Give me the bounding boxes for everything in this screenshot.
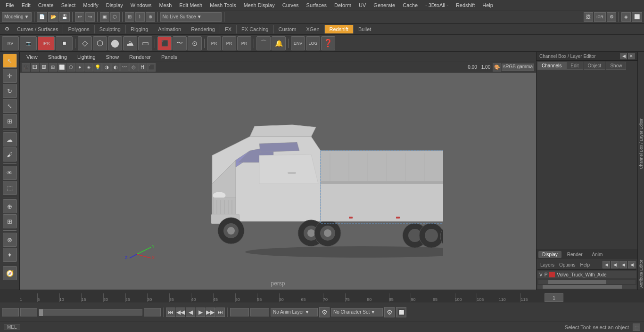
menu-generate[interactable]: Generate xyxy=(370,1,399,9)
menu-uv[interactable]: UV xyxy=(355,1,370,9)
xform-btn[interactable]: ✦ xyxy=(3,248,17,262)
render-settings-btn[interactable]: ⚙ xyxy=(607,12,616,22)
vp-box-ico[interactable]: ⬜ xyxy=(58,63,66,72)
layer-hscrollbar[interactable] xyxy=(537,285,636,289)
layer-hscrollbar-thumb[interactable] xyxy=(543,285,622,289)
tab-xgen[interactable]: XGen xyxy=(301,25,324,33)
menu-surfaces[interactable]: Surfaces xyxy=(303,1,330,9)
menu-create[interactable]: Create xyxy=(34,1,58,9)
menu-file[interactable]: File xyxy=(2,1,18,9)
show-hide-btn[interactable]: 👁 xyxy=(3,166,17,180)
tab-curves-surfaces[interactable]: Curves / Surfaces xyxy=(12,25,63,33)
snap-grid-btn[interactable]: ⊞ xyxy=(125,12,134,22)
select-btn[interactable]: ▣ xyxy=(100,12,109,22)
rs-bowl-btn[interactable]: ⌒ xyxy=(256,36,271,50)
undo-btn[interactable]: ↩ xyxy=(75,12,84,22)
rs-log2-btn[interactable]: LOG xyxy=(306,36,320,50)
cb-close-btn[interactable]: ✕ xyxy=(628,53,635,59)
cb-tab-show[interactable]: Show xyxy=(606,62,626,70)
vp-motion-ico[interactable]: 〰 xyxy=(120,63,129,72)
vp-wire-ico[interactable]: ⬡ xyxy=(66,63,75,72)
layer-scrollbar-thumb[interactable] xyxy=(548,280,607,284)
mode-dropdown[interactable]: Modeling ▼ xyxy=(2,12,32,22)
disp-tab-render[interactable]: Render xyxy=(563,251,586,258)
channel-box-vertical-label[interactable]: Channel Box / Layer Editor xyxy=(638,52,644,171)
vp-dof-ico[interactable]: ◎ xyxy=(129,63,138,72)
menu-mesh-tools[interactable]: Mesh Tools xyxy=(206,1,239,9)
colorspace-dropdown[interactable]: sRGB gamma xyxy=(502,64,534,71)
go-start-btn[interactable]: ⏮ xyxy=(166,308,175,317)
rs-pr3-btn[interactable]: PR xyxy=(237,36,251,50)
ipr-btn[interactable]: IPR xyxy=(594,12,606,22)
vp-light-ico[interactable]: 💡 xyxy=(93,63,102,72)
layers-menu-options[interactable]: Options xyxy=(557,262,577,268)
cb-tab-channels[interactable]: Channels xyxy=(537,62,566,70)
rs-pr2-btn[interactable]: PR xyxy=(222,36,236,50)
snap-curve-btn[interactable]: ⌇ xyxy=(135,12,145,22)
redo-btn[interactable]: ↪ xyxy=(85,12,95,22)
step-back-btn[interactable]: ◀◀ xyxy=(176,308,185,317)
save-scene-btn[interactable]: 💾 xyxy=(59,12,70,22)
menu-3dto[interactable]: - 3DtoAll - xyxy=(421,1,452,9)
menu-mesh-display[interactable]: Mesh Display xyxy=(240,1,279,9)
vp-shadow-ico[interactable]: ◑ xyxy=(102,63,111,72)
rs-plane-btn[interactable]: ▭ xyxy=(138,36,152,50)
rs-red-cube[interactable]: ⬛ xyxy=(157,36,172,50)
rs-sphere-btn[interactable]: ⬤ xyxy=(108,36,122,50)
layer-del-icon[interactable]: ◀ xyxy=(611,261,619,268)
rotate-tool-btn[interactable]: ↻ xyxy=(3,84,17,98)
soft-select-btn[interactable]: ☁ xyxy=(3,132,17,146)
disp-tab-display[interactable]: Display xyxy=(538,251,561,258)
layer-scrollbar[interactable] xyxy=(538,280,636,284)
menu-cache[interactable]: Cache xyxy=(399,1,421,9)
viewport-canvas[interactable]: Y X Z persp xyxy=(20,73,536,290)
script-editor-btn[interactable]: ⬚ xyxy=(633,324,640,331)
tab-redshift[interactable]: Redshift xyxy=(325,25,354,33)
start-frame-input[interactable]: 1 xyxy=(2,308,19,316)
vp-shading-menu[interactable]: Shading xyxy=(45,53,70,61)
layers-menu-layers[interactable]: Layers xyxy=(538,262,556,268)
tab-polygons[interactable]: Polygons xyxy=(63,25,94,33)
anim-layer-settings-btn[interactable]: ⚙ xyxy=(319,307,330,317)
lasso-btn[interactable]: ⬡ xyxy=(110,12,120,22)
persp-btn[interactable]: ⬜ xyxy=(632,12,642,22)
menu-deform[interactable]: Deform xyxy=(330,1,355,9)
open-scene-btn[interactable]: 📂 xyxy=(48,12,58,22)
rs-env-btn[interactable]: ENV xyxy=(291,36,305,50)
vp-img-ico[interactable]: 🖼 xyxy=(40,63,48,72)
rs-pr1-btn[interactable]: PR xyxy=(207,36,221,50)
layer-v-label[interactable]: V xyxy=(539,272,543,277)
rs-log-btn[interactable]: 🔲 xyxy=(56,36,73,50)
tab-fx-caching[interactable]: FX Caching xyxy=(237,25,273,33)
go-end-btn[interactable]: ⏭ xyxy=(215,308,225,317)
nav-btn[interactable]: 🧭 xyxy=(3,266,17,280)
menu-help[interactable]: Help xyxy=(479,1,497,9)
menu-windows[interactable]: Windows xyxy=(127,1,156,9)
step-fwd-btn[interactable]: ▶▶ xyxy=(206,308,215,317)
menu-edit[interactable]: Edit xyxy=(18,1,34,9)
render-view-btn[interactable]: 🖼 xyxy=(584,12,593,22)
tab-sculpting[interactable]: Sculpting xyxy=(95,25,126,33)
transform-tool-btn[interactable]: ⊞ xyxy=(3,114,17,128)
select-tool-btn[interactable]: ↖ xyxy=(3,54,17,68)
tab-gear-icon[interactable]: ⚙ xyxy=(2,24,12,33)
play-btn[interactable]: ▶ xyxy=(196,308,205,317)
tab-rendering[interactable]: Rendering xyxy=(186,25,220,33)
back-btn[interactable]: ◀ xyxy=(186,308,195,317)
timeline-ruler[interactable]: 1510152025303540455055606570758085909510… xyxy=(20,290,543,302)
mel-command-input[interactable] xyxy=(24,324,561,330)
tab-custom[interactable]: Custom xyxy=(274,25,302,33)
cb-pin-btn[interactable]: ◀ xyxy=(620,53,627,59)
rs-subdiv-btn[interactable]: ⬡ xyxy=(93,36,107,50)
cb-tab-object[interactable]: Object xyxy=(584,62,606,70)
rs-glass-btn[interactable]: 🔔 xyxy=(272,36,286,50)
live-surface-dropdown[interactable]: No Live Surface ▼ xyxy=(160,12,222,22)
tab-bullet[interactable]: Bullet xyxy=(354,25,377,33)
cb-tab-edit[interactable]: Edit xyxy=(566,62,583,70)
scene-settings-btn[interactable]: ◈ xyxy=(621,12,631,22)
rs-rv-btn[interactable]: RV xyxy=(2,36,19,50)
scale-tool-btn[interactable]: ⤡ xyxy=(3,99,17,113)
layers-menu-help[interactable]: Help xyxy=(578,262,592,268)
tab-rigging[interactable]: Rigging xyxy=(126,25,153,33)
layer-move2-icon[interactable]: ◀ xyxy=(628,261,636,268)
